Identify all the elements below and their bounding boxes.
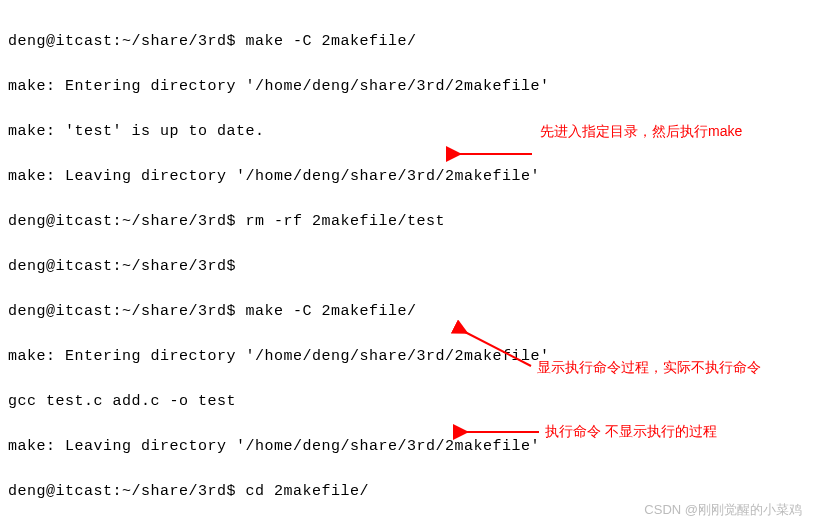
arrow-icon [454,148,534,173]
annotation-text: 执行命令 不显示执行的过程 [545,422,745,442]
arrow-icon [461,424,541,449]
terminal-line: gcc test.c add.c -o test [8,391,806,414]
terminal-line: make: Entering directory '/home/deng/sha… [8,76,806,99]
terminal-line: deng@itcast:~/share/3rd$ rm -rf 2makefil… [8,211,806,234]
arrow-icon [461,328,533,377]
annotation-text: 先进入指定目录，然后执行make [540,122,760,142]
terminal-line: deng@itcast:~/share/3rd$ make -C 2makefi… [8,31,806,54]
terminal-line: make: Leaving directory '/home/deng/shar… [8,166,806,189]
watermark: CSDN @刚刚觉醒的小菜鸡 [644,500,802,520]
terminal-output: deng@itcast:~/share/3rd$ make -C 2makefi… [8,8,806,525]
annotation-text: 显示执行命令过程，实际不执行命令 [537,358,777,378]
terminal-line: deng@itcast:~/share/3rd$ [8,256,806,279]
terminal-line: deng@itcast:~/share/3rd$ make -C 2makefi… [8,301,806,324]
svg-line-1 [465,332,531,366]
